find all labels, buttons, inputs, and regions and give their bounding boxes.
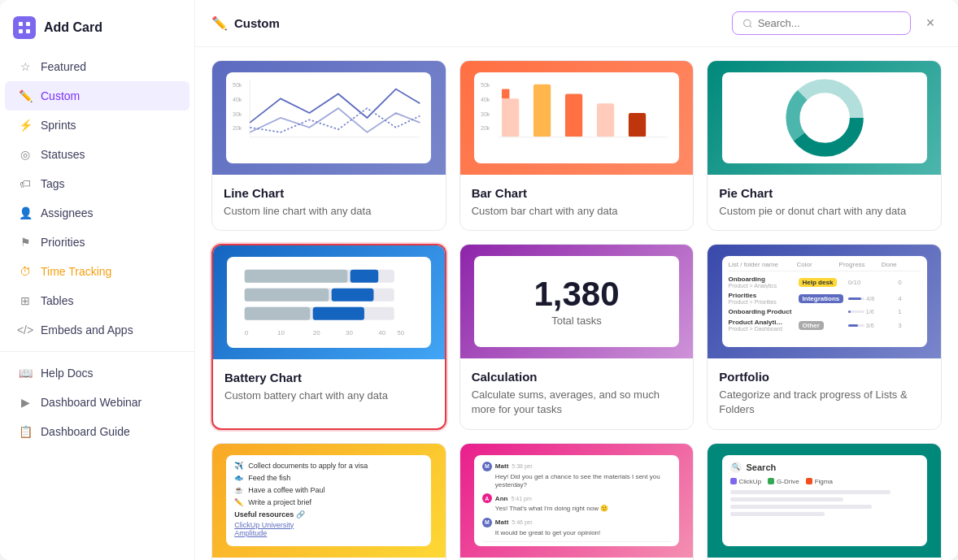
discussion-inner: M Matt 5:38 pm Hey! Did you get a chance… [474, 455, 679, 546]
card-preview-search: 🔍 Search ClickUp [708, 444, 941, 558]
search-inner: 🔍 Search ClickUp [722, 455, 927, 546]
text-item-label: Have a coffee with Paul [248, 486, 324, 494]
message-text: Yes! That's what I'm doing right now 🙂 [482, 505, 671, 513]
line-chart-bg: 50k 40k 30k 20k [212, 61, 446, 175]
modal-container: Add Card ☆ Featured ✏️ Custom ⚡ Sprints … [0, 0, 958, 560]
text-bg: ✈️ Collect documents to apply for a visa… [212, 444, 446, 558]
svg-rect-18 [533, 85, 551, 137]
card-desc: Categorize and track progress of Lists &… [719, 388, 930, 417]
portfolio-progress-col: 1/6 [848, 309, 893, 315]
portfolio-col-name: List / folder name [729, 261, 794, 268]
search-box[interactable] [732, 11, 911, 35]
sidebar-item-tables[interactable]: ⊞ Tables [5, 286, 189, 315]
star-icon: ☆ [18, 59, 33, 74]
sidebar-item-sprints[interactable]: ⚡ Sprints [5, 111, 189, 140]
card-title: Bar Chart [472, 186, 682, 200]
card-bar-chart[interactable]: 50k 40k 30k 20k [459, 60, 695, 231]
card-desc: Custom line chart with any data [224, 204, 434, 219]
card-preview-battery: 0 10 20 30 40 50 [213, 245, 445, 359]
card-info-discussion: Discussion [460, 558, 694, 560]
pencil-icon: ✏️ [18, 89, 33, 103]
svg-text:40k: 40k [233, 97, 242, 103]
sidebar-item-help-docs[interactable]: 📖 Help Docs [5, 358, 189, 388]
card-calculation[interactable]: 1,380 Total tasks Calculation Calculate … [459, 244, 695, 429]
text-item-2: 🐟 Feed the fish [234, 474, 423, 482]
sidebar-item-dashboard-guide[interactable]: 📋 Dashboard Guide [5, 417, 189, 446]
card-pie-chart[interactable]: Pie Chart Custom pie or donut chart with… [707, 60, 942, 231]
portfolio-badge: Help desk [799, 278, 838, 287]
table-icon: ⊞ [18, 293, 33, 308]
sidebar-item-label: Dashboard Webinar [41, 396, 142, 409]
sidebar-item-time-tracking[interactable]: ⏱ Time Tracking [5, 257, 189, 286]
portfolio-badge-col: Integrations [799, 294, 844, 302]
close-button[interactable]: × [919, 12, 942, 35]
avatar-matt2: M [482, 518, 492, 527]
text-item-label: Collect documents to apply for a visa [248, 462, 368, 470]
sidebar-item-label: Sprints [41, 119, 76, 132]
sidebar-item-statuses[interactable]: ◎ Statuses [5, 140, 189, 169]
tag-icon: ◎ [18, 147, 33, 162]
card-info-calc: Calculation Calculate sums, averages, an… [460, 358, 694, 428]
grid-icon [18, 21, 31, 34]
search-title-text: Search [747, 462, 777, 472]
sidebar-item-featured[interactable]: ☆ Featured [5, 52, 189, 81]
portfolio-label: Onboarding Product > Analytics [729, 276, 794, 289]
svg-rect-2 [19, 29, 23, 33]
svg-rect-28 [245, 270, 348, 283]
card-portfolio[interactable]: List / folder name Color Progress Done O… [707, 244, 942, 429]
sidebar-item-dashboard-webinar[interactable]: ▶ Dashboard Webinar [5, 388, 189, 417]
card-info-bar: Bar Chart Custom bar chart with any data [460, 175, 694, 230]
avatar-matt: M [482, 462, 492, 471]
search-bg: 🔍 Search ClickUp [708, 444, 941, 558]
card-preview-pie [708, 61, 941, 175]
card-discussion[interactable]: M Matt 5:38 pm Hey! Did you get a chance… [459, 443, 695, 560]
text-item-4: ✏️ Write a project brief [234, 498, 423, 506]
portfolio-badge: Other [799, 321, 824, 330]
sidebar-item-custom[interactable]: ✏️ Custom [5, 81, 189, 111]
card-preview-discussion: M Matt 5:38 pm Hey! Did you get a chance… [460, 444, 694, 558]
svg-text:0: 0 [245, 329, 249, 336]
search-result-2 [730, 497, 843, 501]
card-text[interactable]: ✈️ Collect documents to apply for a visa… [211, 443, 446, 560]
sidebar-item-label: Assignees [41, 206, 94, 219]
svg-rect-19 [565, 93, 582, 137]
text-item-3: ☕ Have a coffee with Paul [234, 486, 423, 494]
sidebar-item-tags[interactable]: 🏷 Tags [5, 169, 189, 198]
sidebar-item-label: Priorities [41, 236, 85, 249]
sidebar: Add Card ☆ Featured ✏️ Custom ⚡ Sprints … [0, 0, 195, 560]
svg-rect-34 [245, 307, 311, 320]
svg-rect-31 [245, 289, 329, 302]
text-link-1[interactable]: ClickUp University [234, 521, 423, 529]
svg-rect-21 [629, 113, 646, 137]
svg-rect-29 [351, 270, 379, 283]
portfolio-label: Priorities Product > Priorities [729, 292, 794, 305]
person-icon: 👤 [18, 206, 33, 220]
main-header: ✏️ Custom × [195, 0, 958, 47]
sidebar-item-label: Embeds and Apps [41, 323, 133, 336]
lightning-icon: ⚡ [18, 118, 33, 132]
main-content: ✏️ Custom × [195, 0, 958, 560]
search-input[interactable] [758, 17, 900, 29]
battery-chart-bg: 0 10 20 30 40 50 [213, 245, 445, 359]
portfolio-inner: List / folder name Color Progress Done O… [722, 256, 927, 347]
portfolio-badge: Integrations [799, 294, 844, 303]
card-title: Line Chart [224, 186, 434, 200]
sidebar-item-label: Time Tracking [41, 265, 111, 278]
text-link-2[interactable]: Amplitude [234, 529, 423, 537]
sidebar-item-embeds[interactable]: </> Embeds and Apps [5, 315, 189, 345]
card-line-chart[interactable]: 50k 40k 30k 20k [211, 60, 446, 231]
card-search[interactable]: 🔍 Search ClickUp [707, 443, 942, 560]
card-preview-calc: 1,380 Total tasks [460, 245, 694, 358]
sidebar-item-priorities[interactable]: ⚑ Priorities [5, 228, 189, 257]
card-title: Calculation [472, 370, 682, 384]
card-battery-chart[interactable]: 0 10 20 30 40 50 Battery Chart [211, 244, 446, 429]
portfolio-label: Product Analytics Requ... Product > Dash… [729, 319, 794, 332]
search-source-gdrive: G-Drive [768, 478, 799, 485]
sidebar-item-assignees[interactable]: 👤 Assignees [5, 198, 189, 228]
sidebar-item-label: Tags [41, 177, 65, 190]
card-title: Pie Chart [719, 186, 930, 200]
portfolio-progress-col: 0/10 [848, 279, 893, 286]
portfolio-col-progress: Progress [839, 261, 878, 268]
portfolio-row-2: Priorities Product > Priorities Integrat… [729, 292, 921, 305]
book-icon: 📖 [18, 366, 33, 380]
